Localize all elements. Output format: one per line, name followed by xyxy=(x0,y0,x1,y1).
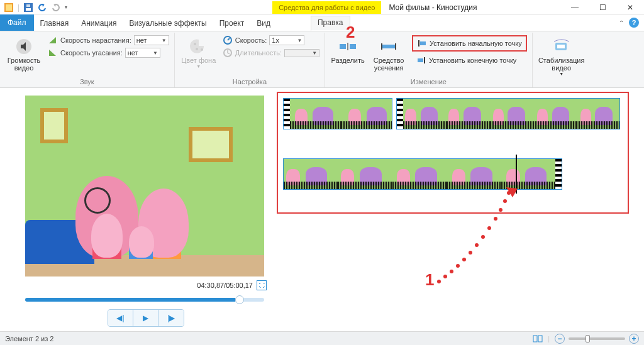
tab-home[interactable]: Главная xyxy=(34,16,75,31)
svg-point-7 xyxy=(196,48,198,50)
svg-point-22 xyxy=(456,264,460,268)
quick-access-toolbar: | ▾ xyxy=(0,3,71,13)
palette-icon xyxy=(189,36,209,57)
timeline-clip[interactable] xyxy=(396,98,620,129)
svg-rect-18 xyxy=(557,45,565,48)
duration-dropdown: ▼ xyxy=(284,49,319,57)
next-frame-button[interactable]: |▶ xyxy=(158,310,184,326)
speed-icon xyxy=(223,35,233,45)
fade-out-icon xyxy=(48,48,58,58)
playback-controls: ◀| ▶ |▶ xyxy=(108,309,184,327)
tab-animation[interactable]: Анимация xyxy=(75,16,123,31)
contextual-tab-label: Средства для работы с видео xyxy=(272,1,381,14)
undo-icon[interactable] xyxy=(37,3,47,13)
bg-color-button: Цвет фона ▼ xyxy=(180,35,218,70)
film-sprocket-icon xyxy=(397,99,403,129)
svg-rect-15 xyxy=(420,41,426,45)
svg-rect-32 xyxy=(533,336,537,342)
video-volume-button[interactable]: Громкость видео xyxy=(5,35,43,73)
svg-rect-3 xyxy=(26,8,31,11)
svg-point-24 xyxy=(469,251,472,255)
title-bar: | ▾ Средства для работы с видео Мой филь… xyxy=(0,0,644,15)
ribbon-group-change: Разделить Средство усечения Установить н… xyxy=(325,33,533,87)
zoom-out-button[interactable]: − xyxy=(555,334,565,344)
svg-point-25 xyxy=(475,243,479,247)
timeline-clip[interactable] xyxy=(283,158,562,190)
zoom-slider[interactable] xyxy=(569,337,625,340)
fade-in-dropdown[interactable]: нет▼ xyxy=(134,35,169,45)
help-icon[interactable]: ? xyxy=(629,18,639,28)
tab-project[interactable]: Проект xyxy=(213,16,251,31)
redo-icon[interactable] xyxy=(51,3,61,13)
ribbon-group-stabilize: Стабилизация видео ▼ xyxy=(533,33,591,87)
timeline-pane[interactable]: 1 xyxy=(277,88,644,331)
video-preview[interactable] xyxy=(25,96,264,277)
ribbon-tabstrip: Файл Главная Анимация Визуальные эффекты… xyxy=(0,15,644,31)
speaker-icon xyxy=(14,36,34,57)
group-label-adjust: Настройка xyxy=(180,78,319,87)
svg-point-6 xyxy=(194,43,196,45)
fullscreen-icon[interactable]: ⛶ xyxy=(257,280,267,290)
fade-out-dropdown[interactable]: нет▼ xyxy=(125,48,160,58)
trim-tool-button[interactable]: Средство усечения xyxy=(370,35,407,73)
start-point-icon xyxy=(417,38,427,48)
zoom-in-button[interactable]: + xyxy=(629,334,639,344)
set-start-point-button[interactable]: Установить начальную точку xyxy=(412,35,527,52)
file-tab[interactable]: Файл xyxy=(0,14,34,31)
save-icon[interactable] xyxy=(23,3,33,13)
set-end-point-button[interactable]: Установить конечную точку xyxy=(412,53,527,68)
svg-point-20 xyxy=(443,275,447,278)
stabilize-button[interactable]: Стабилизация видео ▼ xyxy=(538,35,586,77)
ribbon-collapse-icon[interactable]: ⌃ xyxy=(619,19,624,26)
svg-rect-33 xyxy=(538,336,542,342)
qat-dropdown-icon[interactable]: ▾ xyxy=(65,4,67,10)
svg-rect-12 xyxy=(350,44,356,49)
split-icon xyxy=(338,36,358,57)
duration-icon xyxy=(223,48,233,58)
tab-visual-fx[interactable]: Визуальные эффекты xyxy=(123,16,213,31)
speed-label: Скорость: xyxy=(235,36,267,44)
minimize-button[interactable]: — xyxy=(561,0,589,15)
preview-seekbar[interactable] xyxy=(25,298,264,302)
app-icon xyxy=(4,3,14,13)
svg-point-28 xyxy=(494,217,497,221)
window-title: Мой фильм - Киностудия xyxy=(389,3,477,12)
timeline-clip[interactable] xyxy=(283,98,392,129)
fade-in-icon xyxy=(48,35,58,45)
workspace: 04:30,87/05:00,17 ⛶ ◀| ▶ |▶ xyxy=(0,88,644,331)
annotation-number-1: 1 xyxy=(425,270,434,290)
tab-edit[interactable]: Правка xyxy=(311,16,350,31)
svg-point-27 xyxy=(487,226,491,230)
ribbon: Громкость видео Скорость нарастания: нет… xyxy=(0,31,644,88)
maximize-button[interactable]: ☐ xyxy=(589,0,616,15)
group-label-sound: Звук xyxy=(5,78,169,87)
status-element-count: Элемент 2 из 2 xyxy=(5,335,53,342)
timeline-playhead[interactable] xyxy=(516,155,517,194)
svg-point-8 xyxy=(201,48,203,51)
svg-rect-11 xyxy=(340,44,346,49)
svg-rect-13 xyxy=(347,43,348,50)
stabilize-icon xyxy=(552,36,572,57)
play-button[interactable]: ▶ xyxy=(133,310,158,326)
status-bar: Элемент 2 из 2 | − + xyxy=(0,331,644,345)
trim-icon xyxy=(379,36,399,57)
end-point-icon xyxy=(416,55,426,65)
group-label-change: Изменение xyxy=(330,78,527,87)
svg-rect-1 xyxy=(6,4,12,11)
svg-point-19 xyxy=(437,280,441,283)
ribbon-group-sound: Громкость видео Скорость нарастания: нет… xyxy=(0,33,175,87)
view-mode-icon[interactable] xyxy=(533,334,543,344)
film-sprocket-icon xyxy=(555,159,562,189)
duration-label: Длительность: xyxy=(235,49,282,57)
svg-point-21 xyxy=(450,270,453,273)
qat-divider: | xyxy=(18,3,19,12)
svg-point-23 xyxy=(462,258,466,261)
split-button[interactable]: Разделить xyxy=(330,35,365,65)
close-button[interactable]: ✕ xyxy=(616,0,644,15)
status-divider: | xyxy=(548,335,550,342)
tab-view[interactable]: Вид xyxy=(250,16,277,31)
prev-frame-button[interactable]: ◀| xyxy=(108,310,133,326)
speed-dropdown[interactable]: 1x▼ xyxy=(269,35,304,45)
svg-rect-4 xyxy=(26,4,30,7)
preview-time: 04:30,87/05:00,17 xyxy=(197,282,253,289)
